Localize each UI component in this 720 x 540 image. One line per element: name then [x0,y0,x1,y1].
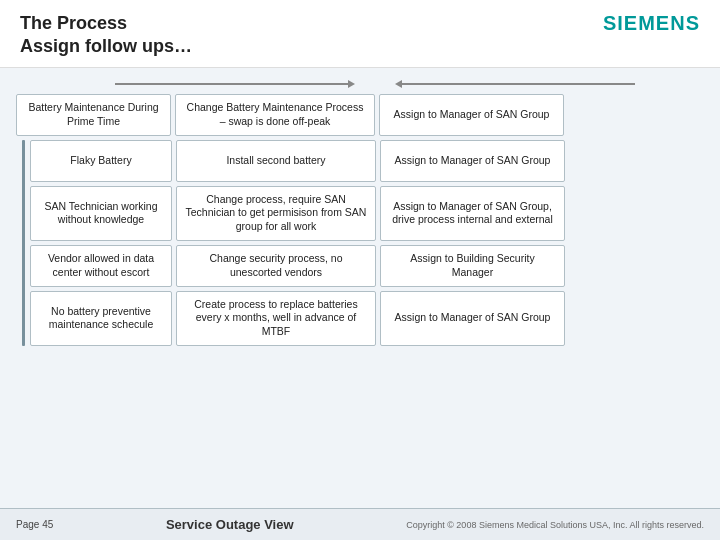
row2-col1: Flaky Battery [30,140,172,182]
row-1: Battery Maintenance During Prime Time Ch… [16,94,704,136]
row3-col3: Assign to Manager of SAN Group, drive pr… [380,186,565,241]
row2-col3: Assign to Manager of SAN Group [380,140,565,182]
row4-col1: Vendor allowed in data center without es… [30,245,172,287]
row1-col2: Change Battery Maintenance Process – swa… [175,94,375,136]
row1-col1: Battery Maintenance During Prime Time [16,94,171,136]
row3-col1: SAN Technician working without knowledge [30,186,172,241]
content-area: Battery Maintenance During Prime Time Ch… [0,68,720,508]
row1-col3: Assign to Manager of SAN Group [379,94,564,136]
bracket [16,140,30,346]
row5-col3: Assign to Manager of SAN Group [380,291,565,346]
footer-title: Service Outage View [166,517,294,532]
row3-col2: Change process, require SAN Technician t… [176,186,376,241]
row-2: Flaky Battery Install second battery Ass… [30,140,704,182]
row2-col2: Install second battery [176,140,376,182]
page: The Process Assign follow ups… SIEMENS B… [0,0,720,540]
row-4: Vendor allowed in data center without es… [30,245,704,287]
row5-col1: No battery preventive maintenance schecu… [30,291,172,346]
row-5: No battery preventive maintenance schecu… [30,291,704,346]
row-3: SAN Technician working without knowledge… [30,186,704,241]
siemens-logo: SIEMENS [603,12,700,35]
row5-col2: Create process to replace batteries ever… [176,291,376,346]
footer: Page 45 Service Outage View Copyright © … [0,508,720,540]
indent-section: Flaky Battery Install second battery Ass… [16,140,704,346]
indent-rows: Flaky Battery Install second battery Ass… [30,140,704,346]
row4-col2: Change security process, no unescorted v… [176,245,376,287]
row4-col3: Assign to Building Security Manager [380,245,565,287]
page-number: Page 45 [16,519,53,530]
copyright: Copyright © 2008 Siemens Medical Solutio… [406,520,704,530]
page-title: The Process Assign follow ups… [20,12,192,59]
top-arrow-connector [16,76,704,92]
header: The Process Assign follow ups… SIEMENS [0,0,720,68]
